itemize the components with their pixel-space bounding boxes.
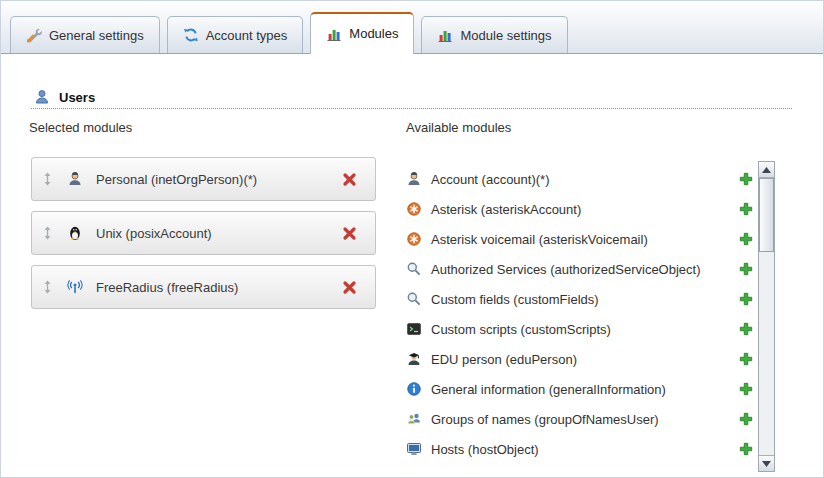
tools-icon xyxy=(26,27,42,43)
add-module-icon[interactable] xyxy=(739,262,753,276)
available-modules-heading: Available modules xyxy=(406,120,511,135)
add-module-icon[interactable] xyxy=(739,442,753,456)
section-header-users: Users xyxy=(34,89,95,105)
selected-module-label: Unix (posixAccount) xyxy=(96,226,212,241)
remove-module-icon[interactable] xyxy=(342,226,357,241)
graduate-person-icon xyxy=(406,351,422,367)
scrollbar-thumb[interactable] xyxy=(759,178,774,252)
drag-handle-icon[interactable] xyxy=(43,172,52,186)
monitor-icon xyxy=(406,441,422,457)
add-module-icon[interactable] xyxy=(739,352,753,366)
tab-modules[interactable]: Modules xyxy=(310,12,414,54)
selected-module-unix[interactable]: Unix (posixAccount) xyxy=(31,211,376,255)
available-module-label: EDU person (eduPerson) xyxy=(431,352,577,367)
available-module-label: Groups of names (groupOfNamesUser) xyxy=(431,412,659,427)
asterisk-icon xyxy=(406,231,422,247)
group-icon xyxy=(406,411,422,427)
available-module-label: Asterisk voicemail (asteriskVoicemail) xyxy=(431,232,648,247)
info-icon xyxy=(406,381,422,397)
bar-chart-icon xyxy=(437,27,453,43)
scroll-up-button[interactable] xyxy=(759,162,774,178)
user-icon xyxy=(34,89,50,105)
add-module-icon[interactable] xyxy=(739,382,753,396)
refresh-icon xyxy=(183,27,199,43)
selected-module-label: Personal (inetOrgPerson)(*) xyxy=(96,172,257,187)
section-divider xyxy=(31,108,792,109)
selected-module-freeradius[interactable]: FreeRadius (freeRadius) xyxy=(31,265,376,309)
tab-general-settings[interactable]: General settings xyxy=(10,16,160,53)
add-module-icon[interactable] xyxy=(739,292,753,306)
tux-penguin-icon xyxy=(67,225,83,241)
selected-module-label: FreeRadius (freeRadius) xyxy=(96,280,238,295)
available-module-label: Custom scripts (customScripts) xyxy=(431,322,611,337)
remove-module-icon[interactable] xyxy=(342,280,357,295)
add-module-icon[interactable] xyxy=(739,412,753,426)
selected-modules-list: Personal (inetOrgPerson)(*) xyxy=(31,157,376,309)
available-module-label: Account (account)(*) xyxy=(431,172,550,187)
available-module-asterisk: Asterisk (asteriskAccount) xyxy=(406,194,755,224)
drag-handle-icon[interactable] xyxy=(43,280,52,294)
available-module-groups-of-names: Groups of names (groupOfNamesUser) xyxy=(406,404,755,434)
tab-label: Modules xyxy=(349,26,398,41)
asterisk-icon xyxy=(406,201,422,217)
available-module-general-information: General information (generalInformation) xyxy=(406,374,755,404)
lam-config-window: General settings Account types xyxy=(0,0,824,478)
available-module-authorized-services: Authorized Services (authorizedServiceOb… xyxy=(406,254,755,284)
add-module-icon[interactable] xyxy=(739,232,753,246)
scrollbar-track[interactable] xyxy=(759,178,774,455)
scroll-down-button[interactable] xyxy=(759,455,774,471)
person-icon xyxy=(67,171,83,187)
available-module-hosts: Hosts (hostObject) xyxy=(406,434,755,464)
available-module-custom-fields: Custom fields (customFields) xyxy=(406,284,755,314)
tab-module-settings[interactable]: Module settings xyxy=(421,16,567,53)
available-module-label: Authorized Services (authorizedServiceOb… xyxy=(431,262,701,277)
available-module-asterisk-voicemail: Asterisk voicemail (asteriskVoicemail) xyxy=(406,224,755,254)
tab-label: Module settings xyxy=(460,28,551,43)
tab-bar: General settings Account types xyxy=(10,1,568,53)
available-module-custom-scripts: Custom scripts (customScripts) xyxy=(406,314,755,344)
available-modules-scrollbar[interactable] xyxy=(758,161,775,472)
section-title: Users xyxy=(59,90,95,105)
selected-module-personal[interactable]: Personal (inetOrgPerson)(*) xyxy=(31,157,376,201)
magnifier-icon xyxy=(406,261,422,277)
available-module-label: General information (generalInformation) xyxy=(431,382,666,397)
available-module-label: Custom fields (customFields) xyxy=(431,292,599,307)
person-icon xyxy=(406,171,422,187)
magnifier-icon xyxy=(406,291,422,307)
remove-module-icon[interactable] xyxy=(342,172,357,187)
available-module-account: Account (account)(*) xyxy=(406,164,755,194)
terminal-icon xyxy=(406,321,422,337)
available-module-label: Asterisk (asteriskAccount) xyxy=(431,202,581,217)
tab-account-types[interactable]: Account types xyxy=(167,16,304,53)
selected-modules-heading: Selected modules xyxy=(29,120,132,135)
available-modules-list: Account (account)(*) Asterisk (asteriskA… xyxy=(406,164,755,464)
available-module-edu-person: EDU person (eduPerson) xyxy=(406,344,755,374)
drag-handle-icon[interactable] xyxy=(43,226,52,240)
tab-label: Account types xyxy=(206,28,288,43)
available-module-label: Hosts (hostObject) xyxy=(431,442,539,457)
add-module-icon[interactable] xyxy=(739,202,753,216)
add-module-icon[interactable] xyxy=(739,172,753,186)
add-module-icon[interactable] xyxy=(739,322,753,336)
antenna-icon xyxy=(67,279,83,295)
bar-chart-icon xyxy=(326,26,342,42)
tab-label: General settings xyxy=(49,28,144,43)
